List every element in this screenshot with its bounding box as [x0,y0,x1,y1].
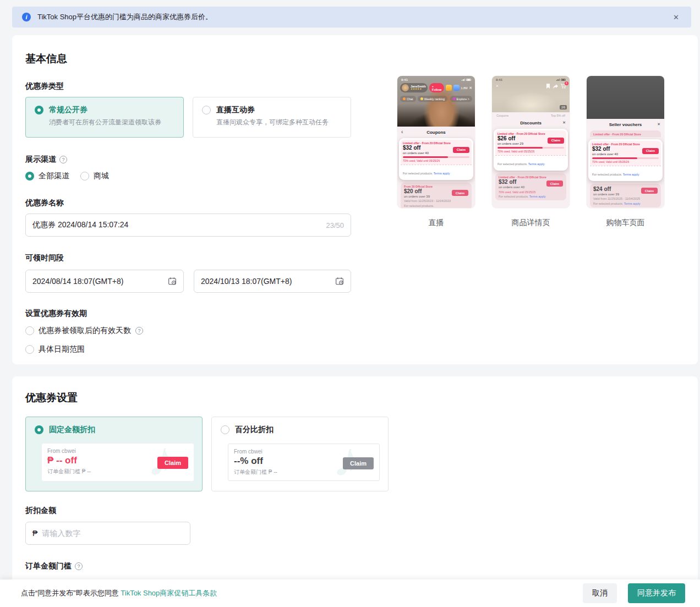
claim-button: Claim [157,457,188,469]
claim-button: Claim [343,457,374,469]
cart-icon: 6 [561,84,566,89]
discount-type-card-percent[interactable]: 百分比折扣 ♪ From cbwei --% off 订单金额门槛 ₱ -- C… [211,417,389,491]
period-end-field[interactable]: 2024/10/13 18:07(GMT+8) [194,270,351,293]
preview-label-live: 直播 [397,218,475,228]
viewer-count: 1.8M [461,86,467,90]
radio-selected-icon[interactable] [25,172,34,181]
validity-option-range[interactable]: 具体日期范围 [25,344,85,354]
follow-button: + Follow [429,83,445,92]
discount-amount-field[interactable]: ₱ [25,522,190,545]
coupon-settings-title: 优惠券设置 [25,391,78,405]
channel-label: 展示渠道 ? [25,155,67,165]
close-icon: ✕ [562,121,566,125]
claim-button: Claim [548,138,564,144]
channel-option-mall[interactable]: 商城 [80,171,109,181]
radio-icon[interactable] [80,172,89,181]
order-threshold-label: 订单金额门槛 ? [25,561,83,571]
discount-amount-input[interactable] [42,529,183,538]
coupon-demo-percent: ♪ From cbwei --% off 订单金额门槛 ₱ -- Claim [228,444,380,481]
basic-info-panel: 基本信息 优惠券类型 常规公开券 消费者可在所有公开流量渠道领取该券 直播互动券… [12,35,698,364]
vouchers-sheet: Seller vouchers ✕ Limited offer · From 2… [587,119,664,208]
calendar-icon[interactable] [335,277,344,286]
discount-amount-label: 折扣金额 [25,506,56,516]
claim-button: Claim [453,147,469,153]
battery-icon [561,79,566,81]
claim-period-label: 可领时间段 [25,253,64,263]
coupon-card: $24 off on orders over 39 Claim Valid fr… [590,184,661,207]
coupons-sheet: ‹ Coupons Limited offer · From 20 Offici… [397,127,475,208]
currency-prefix: ₱ [32,529,37,538]
coupon-card-highlighted: Limited offer · From 20 Official Store $… [399,138,473,180]
signal-icon [462,79,466,81]
validity-option-days[interactable]: 优惠券被领取后的有效天数 ? [25,326,143,336]
info-banner: i TikTok Shop平台优惠的门槛为商品的商家优惠券后价。 ✕ [12,7,691,28]
period-start-field[interactable]: 2024/08/14 18:07(GMT+8) [25,270,184,293]
coupon-type-desc: 直播间观众专享，可绑定多种互动任务 [216,118,342,127]
help-icon[interactable]: ? [75,562,83,570]
banner-text: TikTok Shop平台优惠的门槛为商品的商家优惠券后价。 [37,12,671,22]
coupon-type-card-regular[interactable]: 常规公开券 消费者可在所有公开流量渠道领取该券 [25,97,184,138]
product-photo: 9:41 ✕ 6 2/6 [492,76,570,112]
discount-type-title: 固定金额折扣 [49,425,95,435]
coupon-card-partial: Limited offer · From 20 Official Store [590,130,661,137]
discounts-sheet: Coupons Top 5% off Discounts ✕ Limited o… [492,112,570,208]
discount-type-card-fixed[interactable]: 固定金额折扣 ♪ From cbwei ₱ -- off 订单金额门槛 ₱ --… [25,417,203,491]
radio-icon[interactable] [202,106,211,114]
discount-type-title: 百分比折扣 [235,425,274,435]
terms-link[interactable]: TikTok Shop商家促销工具条款 [121,589,217,597]
banner-close-icon[interactable]: ✕ [671,11,681,24]
gift-icon [446,85,452,91]
calendar-icon[interactable] [168,277,177,286]
coupon-card: Limited offer · From 20 Official Store $… [495,173,566,200]
usage-progress [592,157,659,159]
image-counter: 2/6 [560,105,567,110]
coupon-type-label: 优惠券类型 [25,81,64,91]
cart-badge: 6 [565,81,568,85]
basic-info-title: 基本信息 [25,52,67,66]
preview-pdp: 9:41 ✕ 6 2/6 [492,76,570,208]
period-end-value: 2024/10/13 18:07(GMT+8) [201,277,292,286]
usage-progress [403,156,469,158]
status-bar: 9:41 [496,78,566,81]
claim-button: Claim [642,148,659,154]
radio-icon[interactable] [25,326,34,335]
coupon-settings-panel: 优惠券设置 固定金额折扣 ♪ From cbwei ₱ -- off 订单金额门… [12,376,698,607]
coupon-demo-fixed: ♪ From cbwei ₱ -- off 订单金额门槛 ₱ -- Claim [42,444,194,481]
coupon-card: From 20 Official Store $20 off on orders… [401,183,472,209]
radio-icon[interactable] [221,425,229,434]
claim-button: Claim [546,181,563,187]
streamer-chip: JaneSmith ★★★★★ [400,83,428,92]
coupon-type-card-live[interactable]: 直播互动券 直播间观众专享，可绑定多种互动任务 [193,97,351,138]
close-icon: ✕ [657,122,660,127]
usage-progress [497,147,564,149]
help-icon[interactable]: ? [59,156,67,163]
channel-option-all[interactable]: 全部渠道 [25,171,69,181]
coupon-card-highlighted: Limited offer · From 20 Official Store $… [494,129,568,171]
radio-selected-icon[interactable] [35,106,43,114]
close-icon: ✕ [469,86,472,90]
agreement-text: 点击“同意并发布”即表示您同意 TikTok Shop商家促销工具条款 [21,588,217,598]
preview-cart: Seller vouchers ✕ Limited offer · From 2… [587,76,664,208]
close-icon: ✕ [495,84,499,89]
char-counter: 23/50 [326,221,344,229]
coupon-name-field[interactable]: 23/50 [25,214,351,237]
claim-button: Claim [452,190,468,196]
live-photo: 9:41 JaneSmith ★★★★★ + Follow 1.8M ✕ [397,76,475,127]
radio-selected-icon[interactable] [35,425,43,434]
help-icon[interactable]: ? [135,327,143,335]
preview-live: 9:41 JaneSmith ★★★★★ + Follow 1.8M ✕ [397,76,475,208]
avatar [402,84,409,91]
info-icon: i [22,13,31,21]
cancel-button[interactable]: 取消 [583,583,617,603]
validity-label: 设置优惠券有效期 [25,309,87,319]
radio-icon[interactable] [25,345,34,354]
claim-button: Claim [641,188,658,194]
period-start-value: 2024/08/14 18:07(GMT+8) [32,277,123,286]
share-icon [553,84,558,89]
coupon-card-highlighted: Limited offer · From 20 Official Store $… [588,139,663,181]
back-icon: ‹ [401,129,403,135]
signal-icon [556,79,560,81]
coupon-name-input[interactable] [32,221,321,229]
preview-label-cart: 购物车页面 [587,218,664,228]
publish-button[interactable]: 同意并发布 [628,583,685,603]
